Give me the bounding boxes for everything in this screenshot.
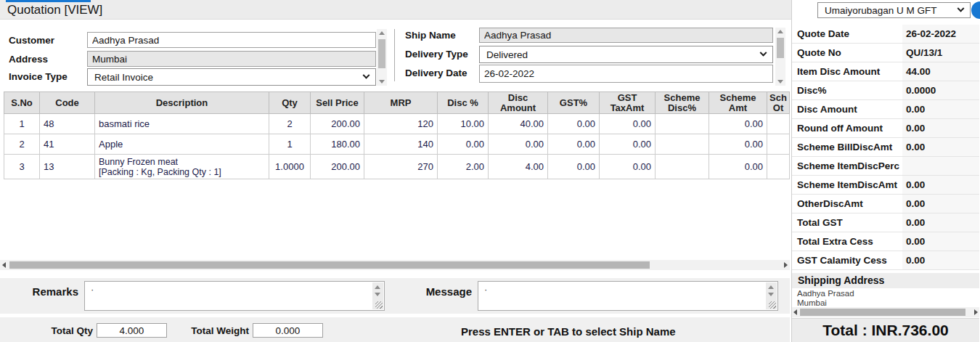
- summary-panel: Umaiyorubagan U M GFT Quote Date26-02-20…: [791, 0, 980, 342]
- customer-label: Customer: [9, 35, 54, 46]
- scrollbar-thumb[interactable]: [9, 261, 650, 269]
- summary-value: 0.00: [902, 195, 979, 213]
- cell-disc-amount: 40.00: [489, 114, 548, 134]
- delivery-date-input[interactable]: [479, 65, 773, 83]
- help-button[interactable]: [971, 1, 980, 19]
- cell-mrp: 270: [364, 155, 438, 179]
- summary-value: 0.00: [902, 138, 979, 156]
- summary-value: 26-02-2022: [902, 25, 979, 43]
- shipping-address-box[interactable]: Aadhya Prasad Mumbai: [793, 289, 978, 307]
- ship-name-label: Ship Name: [405, 30, 456, 41]
- summary-row: Total Extra Cess0.00: [792, 232, 979, 251]
- ship-form-scrollbar[interactable]: [775, 28, 785, 86]
- scroll-right-icon[interactable]: [784, 262, 788, 268]
- message-textarea[interactable]: ·: [478, 281, 778, 311]
- cell-qty: 1.0000: [269, 155, 311, 179]
- remarks-label: Remarks: [29, 285, 78, 298]
- summary-label: Quote Date: [792, 25, 902, 43]
- grand-total: Total : INR.736.00: [792, 318, 979, 342]
- summary-label: Scheme ItemDiscAmt: [792, 176, 902, 194]
- cell-scheme-disc: [656, 134, 709, 155]
- invoice-type-select[interactable]: Retail Invoice: [87, 68, 376, 86]
- ship-name-input[interactable]: [479, 28, 773, 43]
- scrollbar-thumb[interactable]: [800, 309, 965, 316]
- cell-description: Apple: [95, 134, 269, 155]
- cell-disc-pct: 0.00: [438, 134, 489, 155]
- items-table: S.No Code Description Qty Sell Price MRP…: [4, 91, 790, 179]
- col-disc-pct: Disc %: [438, 92, 489, 114]
- table-row[interactable]: 3 13 Bunny Frozen meat [Packing : Kg, Pa…: [4, 155, 790, 179]
- cell-disc-amount: 0.00: [489, 134, 548, 155]
- invoice-type-value: Retail Invoice: [94, 72, 153, 83]
- cell-sell-price: 180.00: [311, 134, 364, 155]
- summary-row: Scheme ItemDiscAmt0.00: [792, 176, 979, 195]
- resize-grip-icon[interactable]: [769, 301, 776, 309]
- cell-scheme-amt: 0.00: [709, 155, 767, 179]
- scroll-left-icon[interactable]: [793, 309, 797, 315]
- cell-scheme-amt: 0.00: [709, 114, 767, 134]
- scroll-left-icon[interactable]: [2, 262, 6, 268]
- table-row[interactable]: 1 48 basmati rice 2 200.00 120 10.00 40.…: [4, 114, 790, 134]
- description-line2: [Packing : Kg, Packing Qty : 1]: [99, 167, 265, 177]
- summary-value: 44.00: [902, 62, 979, 81]
- quotation-view-screen: Quotation [VIEW] Customer Address Invoic…: [0, 0, 980, 342]
- summary-label: Total GST: [792, 213, 902, 232]
- cell-qty: 2: [269, 114, 311, 134]
- panel-horizontal-scrollbar[interactable]: [792, 307, 979, 317]
- cell-gst-pct: 0.00: [548, 134, 600, 155]
- cell-gst-pct: 0.00: [548, 155, 600, 179]
- delivery-type-select[interactable]: Delivered: [479, 46, 773, 63]
- scroll-up-icon[interactable]: [379, 31, 385, 35]
- chevron-down-icon: [957, 4, 965, 12]
- total-weight-label: Total Weight: [185, 325, 249, 336]
- remarks-textarea[interactable]: ·: [84, 281, 385, 311]
- cell-description: basmati rice: [95, 114, 269, 134]
- resize-grip-icon[interactable]: [375, 301, 383, 309]
- summary-value: 0.00: [902, 213, 979, 232]
- total-weight-input[interactable]: [253, 323, 323, 338]
- cell-sno: 1: [4, 114, 40, 134]
- table-header-row: S.No Code Description Qty Sell Price MRP…: [4, 92, 790, 114]
- remarks-value: ·: [91, 284, 94, 295]
- cell-disc-amount: 4.00: [489, 155, 548, 179]
- form-divider: [394, 29, 395, 81]
- store-selector-dropdown[interactable]: Umaiyorubagan U M GFT: [817, 2, 971, 18]
- scroll-down-icon[interactable]: [375, 293, 380, 296]
- summary-row: Item Disc Amount44.00: [792, 62, 979, 81]
- summary-value: 0.00: [902, 119, 979, 137]
- cell-scheme-disc: [656, 155, 709, 179]
- scrollbar-thumb[interactable]: [777, 38, 784, 58]
- total-qty-input[interactable]: [97, 323, 167, 338]
- summary-row: Quote Date26-02-2022: [792, 25, 979, 44]
- scroll-up-icon[interactable]: [768, 285, 774, 289]
- col-scheme-disc: Scheme Disc%: [656, 92, 709, 114]
- scroll-up-icon[interactable]: [375, 285, 380, 289]
- shipping-address-line1: Aadhya Prasad: [797, 289, 978, 298]
- scroll-down-icon[interactable]: [777, 80, 783, 84]
- summary-label: Quote No: [792, 44, 902, 62]
- invoice-type-label: Invoice Type: [9, 71, 68, 82]
- scroll-up-icon[interactable]: [777, 30, 783, 33]
- scroll-down-icon[interactable]: [768, 293, 774, 296]
- summary-row: Disc Amount0.00: [792, 100, 979, 119]
- cell-sno: 2: [4, 134, 40, 155]
- summary-label: OtherDiscAmt: [792, 195, 902, 213]
- address-input[interactable]: [87, 51, 376, 67]
- summary-label: Disc%: [792, 81, 902, 99]
- summary-rows: Quote Date26-02-2022 Quote NoQU/13/1 Ite…: [792, 25, 979, 270]
- table-row[interactable]: 2 41 Apple 1 180.00 140 0.00 0.00 0.00 0…: [4, 134, 790, 155]
- scrollbar-thumb[interactable]: [378, 39, 385, 68]
- summary-label: Disc Amount: [792, 100, 902, 118]
- customer-form-scrollbar[interactable]: [377, 29, 387, 86]
- summary-row: Scheme ItemDiscPerc: [792, 157, 979, 176]
- scroll-right-icon[interactable]: [974, 309, 978, 315]
- cell-sell-price: 200.00: [311, 114, 364, 134]
- scroll-down-icon[interactable]: [379, 80, 385, 84]
- active-tab-indicator: [6, 0, 91, 2]
- cell-scheme-disc: [656, 114, 709, 134]
- table-horizontal-scrollbar[interactable]: [0, 260, 790, 270]
- customer-input[interactable]: [87, 32, 376, 48]
- col-sch-ot: Sch Ot: [767, 92, 790, 114]
- message-value: ·: [484, 284, 487, 295]
- cell-code: 48: [40, 114, 95, 134]
